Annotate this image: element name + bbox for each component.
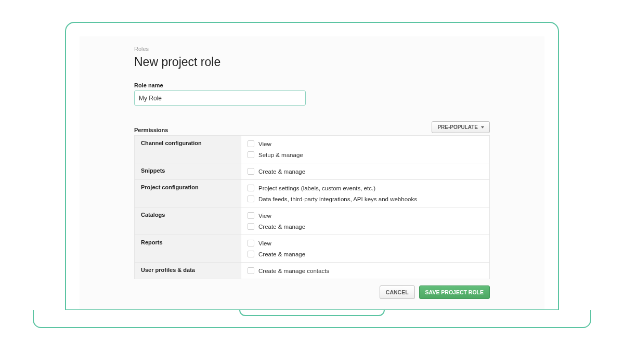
permission-category: Project configuration	[135, 180, 241, 207]
checkbox[interactable]	[248, 185, 254, 191]
role-name-field: Role name	[134, 82, 490, 106]
page-title: New project role	[134, 55, 490, 69]
permissions-label: Permissions	[134, 127, 168, 133]
laptop-trackpad-notch	[239, 310, 385, 316]
permission-option-label: Create & manage contacts	[258, 268, 329, 274]
checkbox[interactable]	[248, 140, 254, 147]
footer-actions: CANCEL SAVE PROJECT ROLE	[134, 285, 490, 299]
permission-option: Create & manage	[248, 166, 483, 177]
role-name-input[interactable]	[134, 90, 306, 106]
permission-category: Snippets	[135, 163, 241, 180]
permission-options: Create & manage contacts	[241, 263, 490, 279]
checkbox[interactable]	[248, 212, 254, 219]
permission-option: View	[248, 238, 483, 249]
cancel-button[interactable]: CANCEL	[380, 285, 415, 299]
permission-option: Create & manage contacts	[248, 265, 483, 276]
permission-option-label: Project settings (labels, custom events,…	[258, 185, 375, 191]
permission-options: View Create & manage	[241, 235, 490, 263]
permission-option-label: View	[258, 213, 271, 219]
chevron-down-icon	[481, 126, 484, 128]
checkbox[interactable]	[248, 223, 254, 230]
checkbox[interactable]	[248, 251, 254, 257]
role-name-label: Role name	[134, 82, 490, 88]
permission-options: Project settings (labels, custom events,…	[241, 180, 490, 207]
permission-category: Channel configuration	[135, 136, 241, 163]
table-row: Snippets Create & manage	[135, 163, 490, 180]
permission-option-label: Create & manage	[258, 224, 305, 230]
breadcrumb[interactable]: Roles	[134, 46, 490, 52]
permission-option-label: View	[258, 240, 271, 246]
permission-option-label: Create & manage	[258, 251, 305, 257]
checkbox[interactable]	[248, 267, 254, 274]
permission-category: Catalogs	[135, 207, 241, 235]
app-viewport: Roles New project role Role name Permiss…	[80, 36, 544, 309]
permission-options: View Create & manage	[241, 207, 490, 235]
permission-option: Setup & manage	[248, 149, 483, 160]
permission-option: Project settings (labels, custom events,…	[248, 183, 483, 193]
checkbox[interactable]	[248, 196, 254, 202]
permissions-table: Channel configuration View Setup & manag…	[134, 135, 490, 279]
laptop-screen-frame: Roles New project role Role name Permiss…	[65, 22, 559, 310]
permission-option-label: Create & manage	[258, 168, 305, 175]
permission-options: View Setup & manage	[241, 136, 490, 163]
checkbox[interactable]	[248, 168, 254, 175]
table-row: Project configuration Project settings (…	[135, 180, 490, 207]
table-row: Channel configuration View Setup & manag…	[135, 136, 490, 163]
permissions-header: Permissions PRE-POPULATE	[134, 121, 490, 133]
permission-option: Create & manage	[248, 221, 483, 232]
permission-option-label: Data feeds, third-party integrations, AP…	[258, 196, 417, 202]
permission-options: Create & manage	[241, 163, 490, 180]
save-project-role-button[interactable]: SAVE PROJECT ROLE	[419, 285, 490, 299]
table-row: Reports View Create & manage	[135, 235, 490, 263]
table-row: Catalogs View Create & manage	[135, 207, 490, 235]
table-row: User profiles & data Create & manage con…	[135, 263, 490, 279]
permission-option: View	[248, 138, 483, 149]
checkbox[interactable]	[248, 151, 254, 158]
permission-option: View	[248, 210, 483, 221]
permission-option-label: Setup & manage	[258, 152, 303, 158]
permission-category: Reports	[135, 235, 241, 263]
pre-populate-button[interactable]: PRE-POPULATE	[432, 121, 490, 133]
permission-category: User profiles & data	[135, 263, 241, 279]
permission-option-label: View	[258, 141, 271, 147]
pre-populate-label: PRE-POPULATE	[437, 124, 478, 130]
permission-option: Create & manage	[248, 249, 483, 259]
checkbox[interactable]	[248, 240, 254, 246]
permission-option: Data feeds, third-party integrations, AP…	[248, 193, 483, 204]
